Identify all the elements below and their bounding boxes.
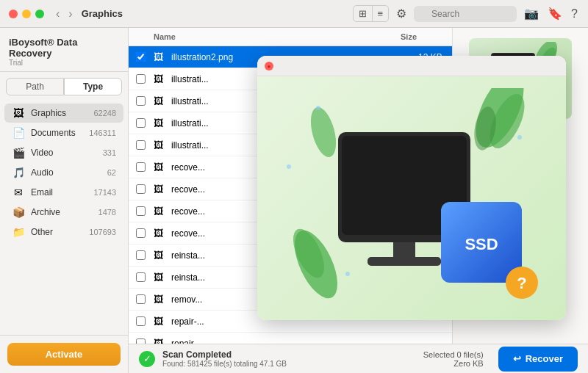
- preview-illustration: SSD ?: [279, 88, 544, 308]
- dot-decoration: [316, 106, 320, 110]
- file-type-icon: 🖼: [154, 140, 168, 151]
- dot-decoration: [287, 164, 291, 169]
- file-type-icon: 🖼: [154, 117, 168, 128]
- sidebar-item-email[interactable]: ✉ Email 17143: [4, 183, 123, 202]
- file-type-icon: 🖼: [154, 95, 168, 106]
- file-type-icon: 🖼: [154, 162, 168, 173]
- sidebar-item-archive[interactable]: 📦 Archive 1478: [4, 203, 123, 222]
- view-toggle: ⊞ ≡: [353, 5, 390, 22]
- sidebar-count-documents: 146311: [89, 128, 116, 137]
- file-checkbox[interactable]: [136, 74, 154, 84]
- file-type-icon: 🖼: [154, 184, 168, 195]
- sidebar-item-audio[interactable]: 🎵 Audio 62: [4, 163, 123, 182]
- overlay-titlebar: [257, 56, 566, 76]
- camera-icon[interactable]: 📷: [523, 5, 540, 22]
- audio-icon: 🎵: [12, 167, 25, 178]
- svg-text:?: ?: [517, 274, 526, 292]
- file-checkbox[interactable]: [136, 294, 154, 304]
- sidebar-item-graphics[interactable]: 🖼 Graphics 62248: [4, 104, 123, 123]
- overlay-close-button[interactable]: [265, 62, 273, 70]
- search-wrapper: 🔍: [414, 6, 517, 22]
- file-type-icon: 🖼: [154, 228, 168, 239]
- file-checkbox[interactable]: [136, 206, 154, 216]
- svg-point-16: [306, 104, 340, 159]
- sidebar-header: iBoysoft® Data Recovery Trial: [0, 28, 128, 72]
- file-checkbox[interactable]: [136, 118, 154, 128]
- dot-decoration: [345, 272, 350, 276]
- svg-rect-19: [393, 242, 415, 258]
- close-button[interactable]: [9, 10, 18, 18]
- file-type-icon: 🖼: [154, 73, 168, 84]
- main-container: iBoysoft® Data Recovery Trial Path Type …: [0, 28, 588, 373]
- back-button[interactable]: ‹: [53, 6, 62, 22]
- file-type-icon: 🖼: [154, 250, 168, 261]
- content-area: Name Size Date Created 🖼 illustration2.p…: [129, 28, 588, 373]
- file-checkbox[interactable]: [136, 316, 154, 326]
- archive-icon: 📦: [12, 206, 25, 218]
- file-type-icon: 🖼: [154, 272, 168, 283]
- sidebar-item-video[interactable]: 🎬 Video 331: [4, 143, 123, 162]
- search-input[interactable]: [414, 6, 517, 22]
- file-checkbox[interactable]: [136, 162, 154, 172]
- header-name: Name: [154, 32, 401, 41]
- svg-text:SSD: SSD: [465, 235, 498, 253]
- sidebar-count-graphics: 62248: [93, 109, 116, 117]
- video-icon: 🎬: [12, 147, 25, 159]
- preview-overlay: SSD ?: [257, 56, 566, 320]
- file-checkbox[interactable]: [136, 272, 154, 282]
- sidebar-label-other: Other: [31, 227, 83, 237]
- file-checkbox[interactable]: [136, 52, 154, 62]
- filter-button[interactable]: ⚙: [395, 5, 408, 22]
- sidebar-count-video: 331: [103, 148, 116, 157]
- file-checkbox[interactable]: [136, 184, 154, 194]
- grid-view-button[interactable]: ⊞: [354, 6, 373, 21]
- sidebar: iBoysoft® Data Recovery Trial Path Type …: [0, 28, 129, 373]
- maximize-button[interactable]: [35, 10, 44, 18]
- documents-icon: 📄: [12, 127, 25, 139]
- titlebar: ‹ › Graphics ⊞ ≡ ⚙ 🔍 📷 🔖 ?: [0, 0, 588, 28]
- sidebar-items: 🖼 Graphics 62248 📄 Documents 146311 🎬 Vi…: [0, 100, 128, 335]
- scan-status: Scan Completed Found: 581425 file(s) tot…: [162, 350, 416, 368]
- bookmark-icon[interactable]: 🔖: [546, 5, 564, 22]
- file-checkbox[interactable]: [136, 250, 154, 260]
- other-icon: 📁: [12, 226, 25, 238]
- sidebar-label-audio: Audio: [31, 167, 101, 178]
- sidebar-count-audio: 62: [107, 168, 116, 177]
- location-title: Graphics: [82, 8, 353, 19]
- list-view-button[interactable]: ≡: [373, 6, 389, 21]
- tab-type[interactable]: Type: [64, 78, 122, 95]
- forward-button[interactable]: ›: [65, 6, 75, 22]
- sidebar-count-email: 17143: [93, 188, 116, 197]
- minimize-button[interactable]: [22, 10, 31, 18]
- sidebar-label-video: Video: [31, 148, 97, 158]
- selected-files: Selected 0 file(s): [423, 350, 484, 359]
- help-icon[interactable]: ?: [570, 6, 579, 22]
- selected-info: Selected 0 file(s) Zero KB: [423, 350, 484, 368]
- email-icon: ✉: [12, 186, 25, 198]
- sidebar-item-documents[interactable]: 📄 Documents 146311: [4, 123, 123, 142]
- overlay-content: SSD ?: [257, 76, 566, 320]
- bottom-bar: ✓ Scan Completed Found: 581425 file(s) t…: [129, 344, 588, 373]
- sidebar-tabs: Path Type: [6, 78, 122, 95]
- header-size: Size: [401, 32, 452, 41]
- file-type-icon: 🖼: [154, 206, 168, 217]
- activate-button[interactable]: Activate: [7, 343, 121, 366]
- navigation-buttons: ‹ ›: [53, 6, 76, 22]
- sidebar-item-other[interactable]: 📁 Other 107693: [4, 222, 123, 242]
- tab-path[interactable]: Path: [6, 78, 64, 95]
- file-type-icon: 🖼: [154, 51, 168, 62]
- recover-icon: ↩: [513, 353, 521, 364]
- app-title: iBoysoft® Data Recovery: [9, 37, 119, 59]
- titlebar-actions: ⊞ ≡ ⚙ 🔍 📷 🔖 ?: [353, 5, 580, 22]
- recover-label: Recover: [526, 353, 563, 364]
- sidebar-count-other: 107693: [89, 228, 116, 236]
- scan-subtitle: Found: 581425 file(s) totaling 47.1 GB: [162, 360, 416, 368]
- sidebar-label-archive: Archive: [31, 207, 93, 217]
- recover-button[interactable]: ↩ Recover: [498, 347, 578, 372]
- file-type-icon: 🖼: [154, 316, 168, 327]
- file-checkbox[interactable]: [136, 96, 154, 106]
- sidebar-label-email: Email: [31, 187, 87, 198]
- scan-complete-icon: ✓: [139, 351, 155, 367]
- file-checkbox[interactable]: [136, 140, 154, 150]
- file-checkbox[interactable]: [136, 228, 154, 238]
